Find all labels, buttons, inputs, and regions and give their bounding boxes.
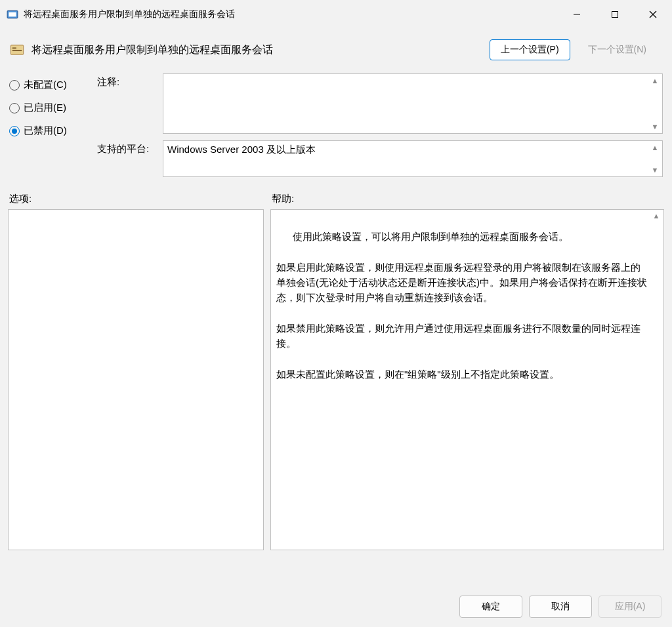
apply-button: 应用(A) [598, 596, 662, 618]
comment-label: 注释: [97, 73, 156, 134]
radio-enabled[interactable]: 已启用(E) [9, 102, 88, 114]
platform-label: 支持的平台: [97, 140, 156, 177]
radio-label: 已禁用(D) [24, 125, 67, 137]
ok-button[interactable]: 确定 [459, 596, 522, 618]
radio-icon [9, 126, 20, 136]
svg-rect-8 [12, 50, 22, 51]
window-title: 将远程桌面服务用户限制到单独的远程桌面服务会话 [24, 9, 235, 20]
section-labels: 选项: 帮助: [0, 177, 672, 209]
close-button[interactable] [634, 0, 672, 29]
titlebar: 将远程桌面服务用户限制到单独的远程桌面服务会话 [0, 0, 672, 29]
panels-row: 使用此策略设置，可以将用户限制到单独的远程桌面服务会话。 如果启用此策略设置，则… [0, 209, 672, 586]
previous-setting-button[interactable]: 上一个设置(P) [490, 39, 570, 60]
svg-rect-7 [12, 47, 16, 49]
radio-label: 已启用(E) [24, 102, 66, 114]
app-icon [7, 9, 18, 20]
options-panel [8, 209, 264, 550]
help-panel: 使用此策略设置，可以将用户限制到单独的远程桌面服务会话。 如果启用此策略设置，则… [270, 209, 664, 550]
policy-icon [9, 42, 25, 58]
scroll-up-icon[interactable]: ▲ [650, 75, 660, 86]
radio-icon [9, 103, 20, 113]
comment-textbox[interactable]: ▲ ▼ [163, 73, 663, 134]
scroll-up-icon[interactable]: ▲ [650, 142, 660, 153]
svg-rect-3 [612, 12, 618, 18]
radio-icon [9, 80, 20, 91]
maximize-button[interactable] [596, 0, 634, 29]
policy-title: 将远程桌面服务用户限制到单独的远程桌面服务会话 [32, 43, 273, 57]
comment-row: 注释: ▲ ▼ [97, 73, 663, 134]
platform-textbox: Windows Server 2003 及以上版本 ▲ ▼ [163, 140, 663, 177]
minimize-button[interactable] [558, 0, 596, 29]
options-section-label: 选项: [9, 193, 272, 205]
radio-label: 未配置(C) [24, 79, 67, 91]
scroll-down-icon[interactable]: ▼ [650, 121, 660, 132]
platform-row: 支持的平台: Windows Server 2003 及以上版本 ▲ ▼ [97, 140, 663, 177]
header-row: 将远程桌面服务用户限制到单独的远程桌面服务会话 上一个设置(P) 下一个设置(N… [0, 29, 672, 67]
config-area: 未配置(C) 已启用(E) 已禁用(D) 注释: ▲ ▼ 支持的平台 [0, 67, 672, 177]
policy-editor-window: 将远程桌面服务用户限制到单独的远程桌面服务会话 将远程桌面服务用户限制到单独的远… [0, 0, 672, 627]
dialog-buttons: 确定 取消 应用(A) [0, 586, 672, 627]
svg-rect-1 [9, 12, 16, 17]
help-text: 使用此策略设置，可以将用户限制到单独的远程桌面服务会话。 如果启用此策略设置，则… [276, 231, 647, 379]
window-controls [558, 0, 672, 29]
scroll-up-icon[interactable]: ▲ [651, 211, 662, 222]
help-section-label: 帮助: [272, 193, 663, 205]
fields-column: 注释: ▲ ▼ 支持的平台: Windows Server 2003 及以上版本… [97, 73, 663, 177]
radio-disabled[interactable]: 已禁用(D) [9, 125, 88, 137]
cancel-button[interactable]: 取消 [529, 596, 592, 618]
platform-value: Windows Server 2003 及以上版本 [167, 144, 316, 155]
state-radio-group: 未配置(C) 已启用(E) 已禁用(D) [9, 73, 88, 177]
next-setting-button: 下一个设置(N) [577, 39, 658, 60]
scroll-down-icon[interactable]: ▼ [650, 165, 660, 175]
radio-not-configured[interactable]: 未配置(C) [9, 79, 88, 91]
nav-buttons: 上一个设置(P) 下一个设置(N) [490, 39, 658, 60]
